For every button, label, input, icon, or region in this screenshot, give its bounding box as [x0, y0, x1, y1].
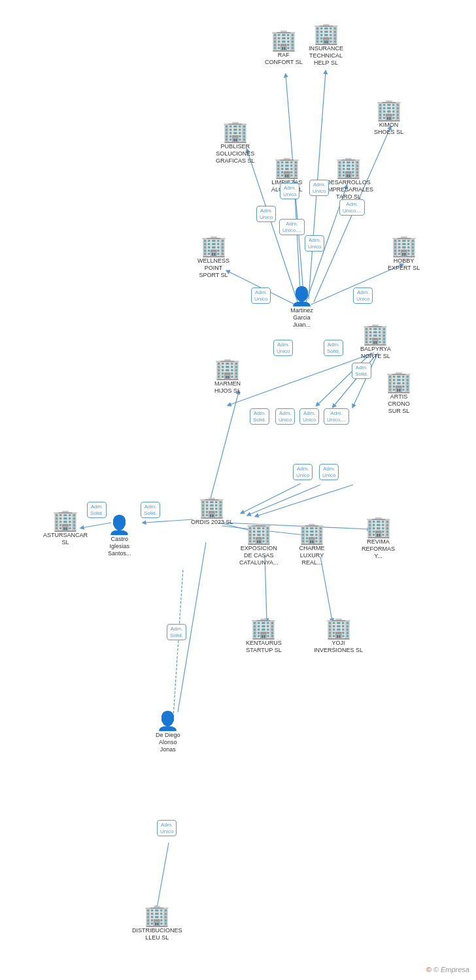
node-marmen[interactable]: 🏢 MARMENHIJOS SL — [214, 358, 241, 395]
label-artis: ARTISCRONOSUR SL — [388, 393, 410, 414]
node-insurance[interactable]: 🏢 INSURANCETECHNICALHELP SL — [309, 23, 343, 66]
svg-line-13 — [144, 519, 193, 523]
label-marmen: MARMENHIJOS SL — [214, 380, 241, 395]
building-icon-kentaurus: 🏢 — [250, 617, 277, 638]
label-publiser: PUBLISERSOLUCIONESGRAFICAS SL — [216, 143, 255, 164]
building-icon-yoji: 🏢 — [326, 617, 352, 638]
building-icon-wellness: 🏢 — [201, 235, 227, 256]
node-wellness[interactable]: 🏢 WELLNESSPOINTSPORT SL — [197, 235, 230, 278]
node-hobby[interactable]: 🏢 HOBBYEXPERT SL — [388, 235, 420, 272]
node-exposicion[interactable]: 🏢 EXPOSICIONDE CASASCATALUNYA... — [239, 523, 279, 566]
label-astursancar: ASTURSANCAR SL — [39, 532, 92, 546]
node-distribuciones[interactable]: 🏢 DISTRIBUCIONESLLEU SL — [132, 905, 182, 941]
badge-adm-solid-balpyrya[interactable]: Adm.Solid. — [324, 340, 343, 356]
label-wellness: WELLNESSPOINTSPORT SL — [197, 257, 230, 278]
svg-line-20 — [353, 353, 378, 406]
diagram-container: 🏢 ORDIS 2023 SL 🏢 RAFCONFORT SL 🏢 INSURA… — [0, 0, 476, 980]
label-kentaurus: KENTAURUSSTARTUP SL — [246, 640, 282, 654]
building-icon-exposicion: 🏢 — [246, 523, 272, 544]
building-icon-publiser: 🏢 — [222, 121, 248, 142]
node-raf-confort[interactable]: 🏢 RAFCONFORT SL — [265, 29, 303, 66]
badge-adm-unico-lower2[interactable]: Adm.Unico — [299, 408, 319, 425]
building-icon-distribuciones: 🏢 — [144, 905, 170, 926]
badge-adm-solid-castro2[interactable]: Adm.Solid. — [141, 502, 160, 518]
label-balpyrya: BALPYRYANORTE SL — [360, 346, 391, 360]
label-exposicion: EXPOSICIONDE CASASCATALUNYA... — [239, 545, 279, 566]
building-icon-marmen: 🏢 — [214, 358, 241, 379]
badge-adm-solid-right[interactable]: Adm.Solid. — [352, 363, 371, 379]
node-yoji[interactable]: 🏢 YOJIINVERSIONES SL — [314, 617, 363, 654]
badge-adm-unico-dev2[interactable]: Adm.Unico.... — [339, 199, 365, 216]
building-icon-limpiezas: 🏢 — [274, 157, 300, 178]
label-yoji: YOJIINVERSIONES SL — [314, 640, 363, 654]
svg-line-5 — [294, 183, 301, 302]
svg-line-17 — [229, 353, 374, 405]
badge-adm-unico-lower3[interactable]: Adm.Unico.... — [324, 408, 349, 425]
badge-adm-unico-lower4[interactable]: Adm.Unico — [293, 464, 313, 480]
label-martinez: MartinezGarciaJuan... — [290, 307, 313, 328]
badge-adm-unico-left1[interactable]: Adm.Unico — [256, 206, 276, 222]
building-icon-revima: 🏢 — [366, 516, 392, 537]
building-icon-insurance: 🏢 — [313, 23, 339, 44]
label-hobby: HOBBYEXPERT SL — [388, 257, 420, 272]
node-desarrollos[interactable]: 🏢 DESARROLLOSEMPRESARIALESTARO SL — [324, 157, 373, 200]
node-kentaurus[interactable]: 🏢 KENTAURUSSTARTUP SL — [246, 617, 282, 654]
label-distribuciones: DISTRIBUCIONESLLEU SL — [132, 927, 182, 941]
node-charme[interactable]: 🏢 CHARMELUXURYREAL... — [299, 523, 325, 566]
svg-line-24 — [173, 568, 183, 717]
badge-adm-unico-mid2[interactable]: Adm.Unico — [305, 235, 324, 252]
svg-line-23 — [256, 485, 353, 516]
node-dediego[interactable]: 👤 De DiegoAlonsoJonas — [156, 712, 180, 753]
node-artis[interactable]: 🏢 ARTISCRONOSUR SL — [386, 371, 412, 414]
label-castro: CastroIglesiasSantos... — [108, 536, 131, 557]
label-ordis: ORDIS 2023 SL — [191, 519, 233, 526]
building-icon-astursancar: 🏢 — [52, 510, 78, 531]
building-icon-balpyrya: 🏢 — [362, 323, 388, 344]
building-icon-ordis: 🏢 — [199, 497, 225, 517]
badge-adm-unico-balpyrya[interactable]: Adm.Unico — [273, 340, 293, 356]
svg-line-22 — [248, 485, 320, 515]
label-charme: CHARMELUXURYREAL... — [299, 545, 324, 566]
node-revima[interactable]: 🏢 REVIMAREFORMASY... — [362, 516, 395, 559]
badge-adm-unico-wellness[interactable]: Adm.Unico — [251, 287, 271, 304]
label-insurance: INSURANCETECHNICALHELP SL — [309, 45, 343, 66]
badge-adm-unico-limpiezas[interactable]: Adm.Unico — [280, 183, 299, 199]
badge-adm-unico-mid1[interactable]: Adm.Unico.... — [279, 219, 305, 235]
svg-line-16 — [320, 557, 332, 621]
label-revima: REVIMAREFORMASY... — [362, 538, 395, 559]
badge-adm-unico-desarrollos[interactable]: Adm.Unico — [309, 180, 329, 196]
person-icon-dediego: 👤 — [156, 712, 179, 730]
node-astursancar[interactable]: 🏢 ASTURSANCAR SL — [39, 510, 92, 546]
node-ordis2023[interactable]: 🏢 ORDIS 2023 SL — [191, 497, 233, 526]
node-balpyrya[interactable]: 🏢 BALPYRYANORTE SL — [360, 323, 391, 360]
svg-line-19 — [333, 354, 377, 406]
node-publiser[interactable]: 🏢 PUBLISERSOLUCIONESGRAFICAS SL — [216, 121, 255, 164]
building-icon-charme: 🏢 — [299, 523, 325, 544]
label-raf: RAFCONFORT SL — [265, 52, 303, 66]
badge-adm-solid-ordis-down[interactable]: Adm.Solid. — [167, 624, 186, 640]
node-martinez[interactable]: 👤 MartinezGarciaJuan... — [290, 287, 313, 328]
svg-line-21 — [242, 483, 301, 513]
svg-line-12 — [208, 392, 239, 508]
node-kimon[interactable]: 🏢 KIMONSHOES SL — [374, 99, 403, 136]
copyright: © © Empresa — [426, 966, 469, 973]
building-icon-desarrollos: 🏢 — [335, 157, 362, 178]
badge-adm-unico-hobby[interactable]: Adm.Unico — [353, 287, 373, 304]
building-icon-hobby: 🏢 — [391, 235, 417, 256]
label-kimon: KIMONSHOES SL — [374, 122, 403, 136]
badge-adm-unico-lower1[interactable]: Adm.Unico — [275, 408, 295, 425]
badge-adm-unico-dediego[interactable]: Adm.Unico — [157, 820, 177, 836]
node-castro[interactable]: 👤 CastroIglesiasSantos... — [108, 516, 131, 557]
building-icon-raf: 🏢 — [271, 29, 297, 50]
label-desarrollos: DESARROLLOSEMPRESARIALESTARO SL — [324, 179, 373, 200]
badge-adm-solid-castro1[interactable]: Adm.Solid. — [87, 502, 107, 518]
badge-adm-solid-lower1[interactable]: Adm.Solid. — [250, 408, 269, 425]
person-icon-martinez: 👤 — [290, 287, 313, 306]
copyright-text: © Empresa — [434, 966, 469, 973]
building-icon-artis: 🏢 — [386, 371, 412, 392]
label-dediego: De DiegoAlonsoJonas — [156, 732, 180, 753]
person-icon-castro: 👤 — [108, 516, 131, 534]
badge-adm-unico-lower5[interactable]: Adm.Unico — [319, 464, 339, 480]
building-icon-kimon: 🏢 — [376, 99, 402, 120]
svg-line-25 — [157, 843, 169, 908]
